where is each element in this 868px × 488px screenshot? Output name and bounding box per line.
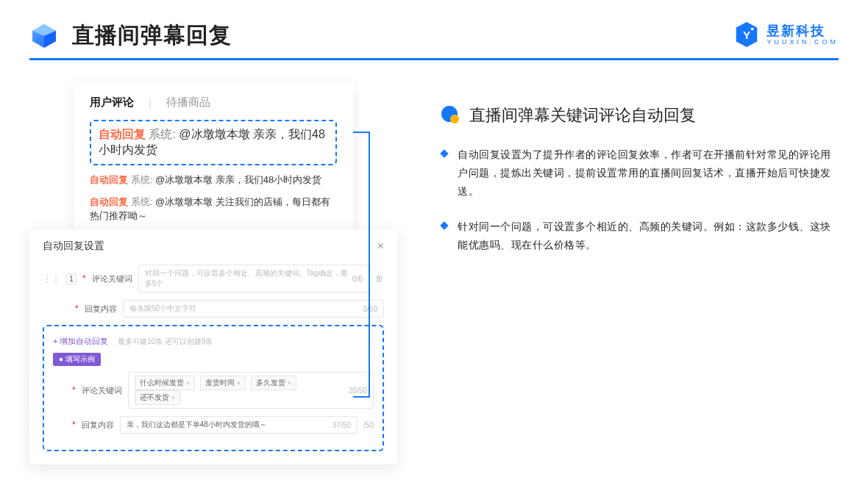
tags-container: 什么时候发货× 发货时间× 多久发货× 还不发货× xyxy=(135,376,349,405)
example-reply-input[interactable]: 亲，我们这边都是下单48小时内发货的哦～ 37/50 xyxy=(120,416,357,434)
example-reply-label: 回复内容 xyxy=(82,420,114,431)
reply-input[interactable]: 每条限50个中文字符 0/50 xyxy=(123,300,384,317)
example-keyword-input[interactable]: 什么时候发货× 发货时间× 多久发货× 还不发货× 20/50 xyxy=(128,372,374,409)
section-bullet-icon xyxy=(441,106,460,125)
reply-text: 亲，我们这边都是下单48小时内发货的哦～ xyxy=(127,420,267,430)
add-hint: 最多可建10条 还可以创建9条 xyxy=(118,337,213,345)
required-star: * xyxy=(75,304,79,314)
required-star: * xyxy=(72,385,76,395)
diamond-bullet-icon xyxy=(440,149,448,157)
brand-name-cn: 昱新科技 xyxy=(766,24,839,37)
tag-remove-icon[interactable]: × xyxy=(186,379,190,387)
char-count: 20/50 xyxy=(349,387,367,395)
tag-remove-icon[interactable]: × xyxy=(237,379,241,387)
keyword-tag[interactable]: 发货时间× xyxy=(200,376,246,390)
keyword-input[interactable]: 对同一个问题，可设置多个相近、高频的关键词。Tag确定，最多5个 0/6 xyxy=(138,265,369,293)
tag-remove-icon[interactable]: × xyxy=(171,394,175,401)
system-tag: 系统: xyxy=(149,128,175,140)
required-star: * xyxy=(82,273,86,284)
char-count: 37/50 xyxy=(332,421,351,429)
page-title: 直播间弹幕回复 xyxy=(72,21,232,51)
system-tag: 系统: xyxy=(131,174,153,185)
comment-row: 自动回复 系统: @冰墩墩本墩 亲亲，我们48小时内发货 xyxy=(90,173,337,187)
auto-reply-tag: 自动回复 xyxy=(99,128,146,140)
comment-text: @冰墩墩本墩 亲亲，我们48小时内发货 xyxy=(155,174,321,185)
tab-pending-products[interactable]: 待播商品 xyxy=(166,96,210,110)
svg-point-5 xyxy=(751,28,754,31)
settings-card: 自动回复设置 × ⋮⋮ 1 * 评论关键词 对同一个问题，可设置多个相近、高频的… xyxy=(29,229,397,464)
auto-reply-tag: 自动回复 xyxy=(90,196,128,207)
tag-remove-icon[interactable]: × xyxy=(288,379,291,387)
keyword-tag[interactable]: 多久发货× xyxy=(251,376,296,390)
keyword-label: 评论关键词 xyxy=(92,273,132,284)
close-icon[interactable]: × xyxy=(377,240,384,253)
brand-name-en: YUUXIN.COM xyxy=(766,39,839,46)
highlighted-comment: 自动回复 系统: @冰墩墩本墩 亲亲，我们48小时内发货 xyxy=(90,120,337,165)
paragraph-2: 针对同一个问题，可设置多个相近的、高频的关键词。例如：这款多少钱、这块能优惠吗、… xyxy=(458,218,839,254)
required-star: * xyxy=(72,420,76,430)
cube-icon xyxy=(29,21,59,51)
comment-card: 用户评论 | 待播商品 自动回复 系统: @冰墩墩本墩 亲亲，我们48小时内发货… xyxy=(74,82,353,247)
row-index: 1 xyxy=(66,273,77,284)
placeholder-text: 每条限50个中文字符 xyxy=(129,304,196,314)
char-count: 0/50 xyxy=(363,305,377,313)
auto-reply-tag: 自动回复 xyxy=(90,174,128,185)
tab-separator: | xyxy=(149,96,152,110)
keyword-tag[interactable]: 什么时候发货× xyxy=(135,376,195,390)
reply-label: 回复内容 xyxy=(85,304,117,315)
example-keyword-label: 评论关键词 xyxy=(82,385,122,396)
comment-row: 自动回复 系统: @冰墩墩本墩 关注我们的店铺，每日都有热门推荐呦～ xyxy=(90,195,337,223)
outer-char-count: /50 xyxy=(363,421,374,429)
section-title: 直播间弹幕关键词评论自动回复 xyxy=(469,104,696,126)
paragraph-1: 自动回复设置为了提升作者的评论回复效率，作者可在开播前针对常见的评论用户问题，提… xyxy=(458,146,839,201)
settings-title: 自动回复设置 xyxy=(43,240,104,253)
drag-handle-icon[interactable]: ⋮⋮ xyxy=(43,273,60,284)
add-auto-reply-link[interactable]: + 增加自动回复 xyxy=(53,337,108,345)
diamond-bullet-icon xyxy=(440,221,448,229)
char-count: 0/6 xyxy=(352,275,363,283)
system-tag: 系统: xyxy=(131,196,153,207)
tab-user-comments[interactable]: 用户评论 xyxy=(90,96,134,110)
fill-example-badge: ● 填写示例 xyxy=(53,353,101,366)
svg-text:Y: Y xyxy=(743,29,750,41)
placeholder-text: 对同一个问题，可设置多个相近、高频的关键词。Tag确定，最多5个 xyxy=(145,268,352,289)
keyword-tag[interactable]: 还不发货× xyxy=(135,390,180,405)
brand-logo: Y 昱新科技 YUUXIN.COM xyxy=(733,21,839,49)
trash-icon[interactable]: 🗑 xyxy=(375,273,384,284)
example-box: + 增加自动回复 最多可建10条 还可以创建9条 ● 填写示例 * 评论关键词 … xyxy=(43,325,384,451)
